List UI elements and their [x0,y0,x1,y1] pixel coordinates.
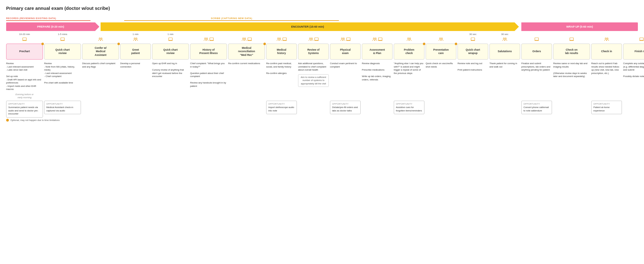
people-icon [98,37,103,42]
body-finish: Complete any outstanding sections (e.g. … [623,62,644,78]
body-salutations: Thank patient for coming in and walk out [489,62,520,68]
card-qcr1: Quick chart review [44,44,81,60]
people-icon [133,37,138,42]
card-label-medrec: Medical reconciliation "Med Rec" [228,44,265,60]
time-greet: 1 min [120,33,151,36]
svg-rect-49 [639,41,644,41]
time-prevcare [426,33,456,36]
icons-salutations [489,37,520,42]
laptop-icon [247,37,252,42]
svg-rect-44 [570,38,573,40]
time-qcr2: 1 min [152,33,189,36]
svg-rect-25 [314,41,319,41]
laptop-icon [535,37,539,42]
card-label-probcheck: Problem check [394,44,424,60]
body-medrec: Re-confirm current medications [228,62,265,65]
body-hpi: Chief complaint: "What brings you in tod… [190,62,227,88]
card-label-ap: Assessment & Plan [362,44,393,60]
people-icon [407,37,412,42]
laptop-icon [60,37,65,42]
body-confer: Discuss patient's chief complaint and an… [82,62,119,68]
time-salutations: 30 sec [489,33,520,36]
people-icon [502,37,507,42]
card-label-orders: Orders [521,44,552,60]
svg-point-19 [279,38,281,39]
footer-note: Optional, may not happen due to time lim… [6,119,638,122]
body-checkin: Reach out to patient if lab results show… [591,62,622,75]
time-qcr1: 1-5 mins [44,33,81,36]
icons-qcwrapup [458,37,488,42]
icons-row [6,37,638,42]
svg-point-41 [505,38,506,39]
time-finish [623,33,644,36]
svg-rect-17 [247,41,252,41]
svg-point-4 [99,38,100,39]
opp-checkin: OpportunityPatient at-home experience [591,101,622,115]
body-qcwrapup: Review note and log out Print patient in… [458,62,488,72]
svg-point-5 [101,38,102,39]
svg-rect-38 [471,38,475,40]
card-label-hpi: History of Present Illness [190,44,227,60]
opportunity-row: OpportunitySummarize patient needs via a… [6,101,638,118]
optional-dot [41,43,44,45]
card-label-greet: Greet patient [120,44,151,60]
body-medhist: Re-confirm past medical, social, and fam… [266,62,297,75]
svg-rect-42 [535,38,539,40]
card-label-confer: Confer w/ Medical Assistant [82,44,119,60]
card-label-salutations: Salutations [489,44,520,60]
phase-encounter: ENCOUNTER (15-60 min) [101,22,515,31]
phase-prepare: PREPARE (0-20 min) [6,22,95,31]
svg-point-11 [206,38,208,39]
people-icon [204,37,209,42]
svg-rect-2 [61,38,64,40]
svg-point-36 [439,38,441,39]
cards-row: PrechartQuick chart reviewConfer w/ Medi… [6,44,638,60]
body-ros: Ask additional questions, unrelated to c… [298,62,329,87]
page-container: Primary care annual exam (doctor w/out s… [0,0,644,127]
icons-qcr1 [44,37,81,42]
time-orders [521,33,552,36]
optional-dot [6,119,9,122]
laptop-icon [282,37,287,42]
svg-point-7 [136,38,137,39]
card-medhist: Medical history [266,44,297,60]
svg-point-27 [343,38,344,39]
time-row: 10-20 min1-5 mins1 min1 min30 sec30 sec [6,33,638,36]
svg-point-14 [243,38,244,39]
phase-wrapup: WRAP UP (5-60 min) [521,22,638,31]
svg-point-30 [373,38,374,39]
card-prechart: Prechart [6,44,43,60]
icons-confer [82,37,119,42]
laptop-icon [569,37,574,42]
time-hpi [190,33,227,36]
time-medrec [228,33,265,36]
body-qcr2: Open up EHR and log in Cursory review of… [152,62,189,78]
time-confer [82,33,119,36]
card-label-prevcare: Preventative care [426,44,456,60]
card-probcheck: Problem check [394,44,424,60]
card-label-prechart: Prechart [6,44,43,60]
cards-area: 10-20 min1-5 mins1 min1 min30 sec30 secP… [6,33,638,118]
card-qcwrapup: Quick chart wrapup [458,44,488,60]
svg-rect-8 [169,38,172,40]
svg-rect-48 [640,38,643,40]
card-label-qcr2: Quick chart review [152,44,189,60]
body-prechart: Review - Last relevant assessment - Labs… [6,62,43,99]
svg-rect-39 [471,41,475,41]
svg-rect-1 [22,41,27,41]
phase-bars: PREPARE (0-20 min) ENCOUNTER (15-60 min)… [6,22,638,31]
body-checklab: Review same or next-day lab and imaging … [553,62,590,78]
icons-orders [521,37,552,42]
opp-qcr1: OpportunityMedical Assistant check-in ca… [44,101,81,115]
optional-dot [263,43,266,45]
people-icon [372,37,377,42]
laptop-icon [346,37,351,42]
svg-rect-28 [347,38,350,40]
people-icon [309,37,313,42]
svg-point-34 [408,38,409,39]
svg-point-26 [341,38,343,39]
card-label-medhist: Medical history [266,44,297,60]
icons-prechart [6,37,43,42]
svg-rect-29 [346,41,351,41]
svg-rect-16 [248,38,251,40]
